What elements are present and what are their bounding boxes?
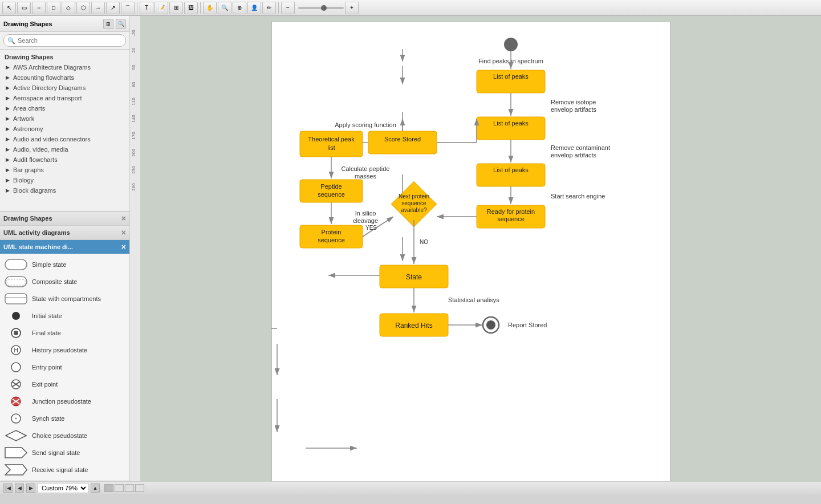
hand-tool[interactable]: ✋	[203, 2, 217, 14]
sidebar-item-aws[interactable]: ▶AWS Architecture Diagrams	[0, 62, 129, 72]
next-protein-label2: sequence	[401, 200, 426, 206]
send-signal-preview	[5, 446, 27, 459]
simple-state-preview	[5, 258, 27, 271]
view-mode-4[interactable]	[135, 484, 144, 492]
junction-preview	[5, 395, 27, 408]
chevron-icon: ▶	[6, 188, 10, 193]
uml-state-header[interactable]: UML state machine di... ×	[0, 240, 129, 254]
sidebar-item-biology[interactable]: ▶Biology	[0, 175, 129, 185]
composite-state-preview	[5, 275, 27, 288]
pen-tool[interactable]: ✏	[262, 2, 276, 14]
sidebar-item-audio-connectors[interactable]: ▶Audio and video connectors	[0, 134, 129, 144]
zoom-in-btn[interactable]: +	[345, 2, 359, 14]
text-tool[interactable]: T	[140, 2, 153, 14]
shapes-list: Drawing Shapes ▶AWS Architecture Diagram…	[0, 50, 129, 211]
close-uml-activity[interactable]: ×	[121, 228, 126, 237]
theoretical-peak-label1: Theoretical peak	[308, 136, 355, 143]
exit-point-preview	[5, 378, 27, 391]
svg-marker-21	[5, 465, 27, 475]
sidebar-item-artwork[interactable]: ▶Artwork	[0, 113, 129, 124]
panel-header-icons: ⊞ 🔍	[103, 19, 126, 29]
grid-view-btn[interactable]: ⊞	[103, 19, 113, 29]
nav-back-btn[interactable]: ◀	[15, 483, 24, 493]
composite-state-item[interactable]: Composite state	[0, 273, 129, 290]
svg-marker-19	[6, 430, 26, 441]
sidebar-item-block-diagrams[interactable]: ▶Block diagrams	[0, 185, 129, 196]
uml-activity-header[interactable]: UML activity diagrams ×	[0, 226, 129, 239]
initial-state-preview	[5, 310, 27, 322]
connector-tool[interactable]: ↗	[106, 2, 120, 14]
canvas-area[interactable]: -280 -250 -220 -190 -160 -130 -100 -70	[130, 16, 821, 481]
sidebar-item-aerospace[interactable]: ▶Aerospace and transport	[0, 93, 129, 103]
zoom-slider[interactable]	[298, 7, 344, 9]
view-mode-3[interactable]	[125, 484, 134, 492]
sidebar-item-audit[interactable]: ▶Audit flowcharts	[0, 155, 129, 165]
calc-peptide-text2: masses	[355, 173, 376, 180]
nav-forward-btn[interactable]: ▶	[26, 483, 35, 493]
svg-point-10	[11, 363, 21, 372]
exit-point-item[interactable]: Exit point	[0, 376, 129, 393]
junction-pseudostate-item[interactable]: Junction pseudostate	[0, 393, 129, 410]
ellipse-tool[interactable]: ○	[32, 2, 46, 14]
view-mode-2[interactable]	[115, 484, 124, 492]
view-mode-1[interactable]	[104, 484, 113, 492]
close-uml-state[interactable]: ×	[121, 242, 126, 251]
receive-signal-item[interactable]: Receive signal state	[0, 461, 129, 478]
nav-prev-btn[interactable]: |◀	[3, 483, 13, 493]
simple-state-item[interactable]: Simple state	[0, 256, 129, 273]
svg-text:50: 50	[131, 64, 136, 70]
chevron-icon: ▶	[6, 147, 10, 152]
zoom-select[interactable]: Custom 79% 50% 75% 100% 125% 150%	[38, 483, 88, 493]
cursor-tool[interactable]: ↖	[2, 2, 16, 14]
sidebar-item-area-charts[interactable]: ▶Area charts	[0, 103, 129, 113]
sidebar-item-accounting[interactable]: ▶Accounting flowcharts	[0, 72, 129, 83]
zoom-tool[interactable]: 🔍	[218, 2, 231, 14]
final-state-item[interactable]: Final state	[0, 324, 129, 342]
apply-scoring-text: Apply scoring function	[335, 121, 396, 128]
curve-tool[interactable]: ⌒	[121, 2, 135, 14]
synch-state-item[interactable]: * Synch state	[0, 410, 129, 427]
sidebar-item-astronomy[interactable]: ▶Astronomy	[0, 124, 129, 134]
poly-tool[interactable]: ⬡	[76, 2, 90, 14]
arrow-tool[interactable]: →	[91, 2, 105, 14]
drawing-shapes-exp: Drawing Shapes ×	[0, 212, 129, 226]
state-compartments-item[interactable]: State with compartments	[0, 290, 129, 307]
rectangle-tool[interactable]: ▭	[17, 2, 31, 14]
svg-text:110: 110	[131, 97, 136, 105]
main-layout: Drawing Shapes ⊞ 🔍 🔍 Drawing Shapes ▶AWS…	[0, 16, 821, 481]
zoom-step-up[interactable]: ▲	[91, 483, 100, 493]
choice-pseudostate-item[interactable]: Choice pseudostate	[0, 427, 129, 444]
sidebar-item-active-directory[interactable]: ▶Active Directory Diagrams	[0, 83, 129, 93]
sidebar-item-bar-graphs[interactable]: ▶Bar graphs	[0, 165, 129, 175]
diagram-svg[interactable]: Find peaks in spectrum List of peaks Rem…	[271, 22, 785, 481]
search-input[interactable]	[3, 34, 126, 47]
search-panel-btn[interactable]: 🔍	[116, 19, 126, 29]
entry-point-item[interactable]: Entry point	[0, 359, 129, 376]
diamond-tool[interactable]: ◇	[62, 2, 75, 14]
image-tool[interactable]: 🖼	[184, 2, 198, 14]
sep1	[137, 2, 137, 14]
zoom-thumb	[321, 5, 327, 11]
zoom-out-btn[interactable]: −	[281, 2, 295, 14]
start-node	[504, 38, 518, 51]
drawing-shapes-exp-header[interactable]: Drawing Shapes ×	[0, 212, 129, 225]
square-tool[interactable]: □	[47, 2, 60, 14]
pan-tool[interactable]: ⊕	[233, 2, 246, 14]
sidebar-item-audio-media[interactable]: ▶Audio, video, media	[0, 144, 129, 155]
close-drawing-shapes[interactable]: ×	[121, 214, 126, 223]
bottom-bar: |◀ ◀ ▶ Custom 79% 50% 75% 100% 125% 150%…	[0, 481, 821, 494]
search-box: 🔍	[0, 32, 129, 50]
initial-state-item[interactable]: Initial state	[0, 307, 129, 324]
canvas-content[interactable]: Find peaks in spectrum List of peaks Rem…	[140, 16, 821, 481]
drawing-shapes-title: Drawing Shapes	[3, 21, 52, 27]
next-protein-label1: Next protein	[399, 193, 429, 200]
note-tool[interactable]: 📝	[155, 2, 168, 14]
search-icon: 🔍	[7, 37, 15, 44]
chevron-icon: ▶	[6, 95, 10, 101]
table-tool[interactable]: ⊞	[169, 2, 183, 14]
history-pseudostate-item[interactable]: H History pseudostate	[0, 342, 129, 359]
score-stored-label: Score Stored	[384, 136, 421, 143]
person-tool[interactable]: 👤	[247, 2, 261, 14]
svg-text:200: 200	[131, 149, 136, 157]
send-signal-item[interactable]: Send signal state	[0, 444, 129, 461]
